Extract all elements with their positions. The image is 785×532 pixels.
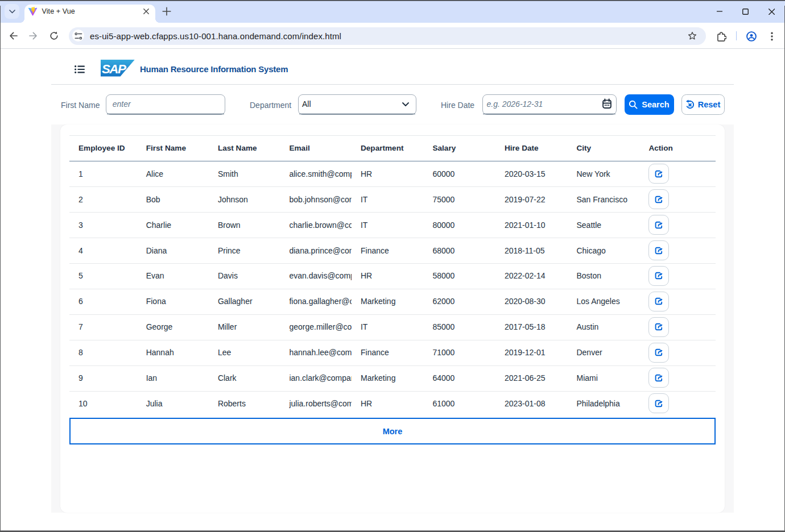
svg-text:SAP: SAP <box>101 61 126 76</box>
